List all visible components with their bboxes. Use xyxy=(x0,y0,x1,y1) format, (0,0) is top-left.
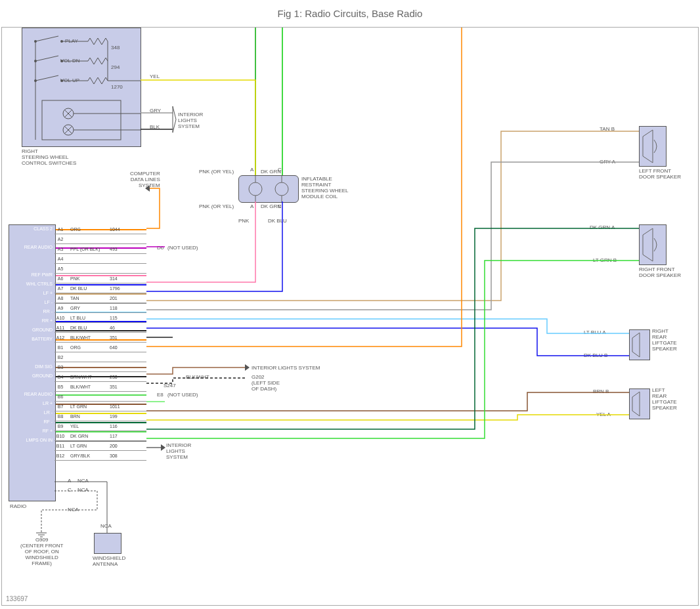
figure-title: Fig 1: Radio Circuits, Base Radio xyxy=(0,0,700,27)
wiring-diagram: PLAY VOL DN VOL UP 348 294 1270 RIGHT ST… xyxy=(1,27,699,606)
wires-svg xyxy=(2,28,698,605)
image-id: 133697 xyxy=(6,595,28,602)
